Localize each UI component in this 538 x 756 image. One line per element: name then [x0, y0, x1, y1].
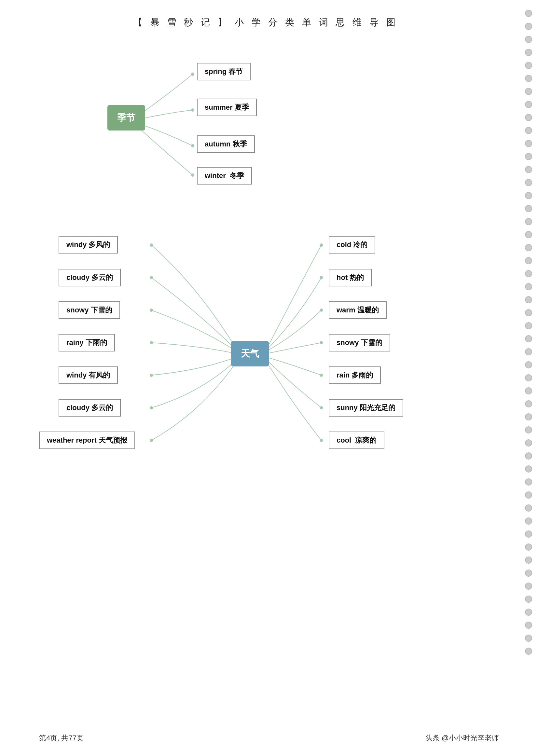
weather-left-4: windy 有风的 [59, 366, 118, 384]
season-autumn-node: autumn 秋季 [197, 135, 255, 153]
dot [525, 569, 532, 577]
page-info: 第4页, 共77页 [39, 733, 83, 743]
watermark: 头条 @小小时光李老师 [425, 733, 499, 743]
dot [525, 192, 532, 199]
dots-column [525, 10, 532, 655]
dot [525, 635, 532, 642]
dot [525, 491, 532, 499]
dot [525, 153, 532, 160]
dot [525, 244, 532, 251]
weather-left-3: rainy 下雨的 [59, 334, 115, 351]
dot [525, 335, 532, 342]
weather-left-1: cloudy 多云的 [59, 269, 121, 286]
weather-left-6: weather report 天气预报 [39, 432, 135, 449]
svg-point-10 [150, 439, 153, 442]
seasons-section: 季节 spring 春节 summer 夏季 autumn 秋季 winter … [20, 45, 512, 201]
dot [525, 101, 532, 108]
season-summer-node: summer 夏季 [197, 99, 257, 116]
dot [525, 205, 532, 212]
dot [525, 452, 532, 459]
dot [525, 62, 532, 69]
weather-left-0: windy 多风的 [59, 236, 118, 253]
footer: 第4页, 共77页 头条 @小小时光李老师 [0, 733, 538, 743]
weather-right-4: rain 多雨的 [329, 366, 381, 384]
dot [525, 596, 532, 603]
weather-right-6: cool 凉爽的 [329, 432, 384, 449]
svg-point-0 [191, 73, 194, 76]
dot [525, 140, 532, 147]
seasons-center-node: 季节 [107, 105, 145, 131]
dot [525, 544, 532, 551]
svg-point-17 [320, 439, 323, 442]
dot [525, 218, 532, 225]
svg-point-2 [191, 144, 194, 147]
svg-point-11 [320, 243, 323, 247]
svg-point-9 [150, 406, 153, 409]
dot [525, 361, 532, 368]
dot [525, 582, 532, 590]
dot [525, 10, 532, 17]
dot [525, 621, 532, 629]
svg-point-16 [320, 406, 323, 409]
dot [525, 75, 532, 82]
dot [525, 505, 532, 512]
svg-point-4 [150, 243, 153, 247]
svg-point-3 [191, 174, 194, 177]
dot [525, 127, 532, 134]
svg-point-15 [320, 374, 323, 377]
dot [525, 648, 532, 655]
svg-point-14 [320, 341, 323, 344]
weather-right-5: sunny 阳光充足的 [329, 399, 403, 416]
weather-right-1: hot 热的 [329, 269, 372, 286]
svg-point-5 [150, 276, 153, 279]
weather-right-2: warm 温暖的 [329, 301, 387, 319]
svg-point-13 [320, 308, 323, 312]
page-container: 【 暴 雪 秒 记 】 小 学 分 类 单 词 思 维 导 图 季节 spri [0, 0, 538, 756]
dot [525, 283, 532, 290]
dot [525, 23, 532, 30]
dot [525, 478, 532, 486]
dot [525, 49, 532, 56]
dot [525, 609, 532, 616]
dot [525, 166, 532, 173]
dot [525, 257, 532, 264]
dot [525, 517, 532, 525]
weather-right-3: snowy 下雪的 [329, 334, 390, 351]
weather-right-0: cold 冷的 [329, 236, 375, 253]
dot [525, 426, 532, 433]
svg-point-8 [150, 374, 153, 377]
weather-left-5: cloudy 多云的 [59, 399, 121, 416]
weather-center-node: 天气 [231, 341, 269, 366]
dot [525, 348, 532, 355]
dot [525, 179, 532, 186]
dot [525, 374, 532, 381]
dot [525, 322, 532, 329]
season-spring-node: spring 春节 [197, 63, 250, 81]
page-title: 【 暴 雪 秒 记 】 小 学 分 类 单 词 思 维 导 图 [20, 16, 512, 28]
svg-point-1 [191, 108, 194, 112]
svg-point-7 [150, 341, 153, 344]
dot [525, 439, 532, 447]
dot [525, 387, 532, 395]
dot [525, 400, 532, 407]
weather-left-2: snowy 下雪的 [59, 301, 120, 319]
dot [525, 270, 532, 277]
dot [525, 231, 532, 238]
svg-point-12 [320, 276, 323, 279]
dot [525, 309, 532, 316]
dot [525, 557, 532, 564]
dot [525, 88, 532, 95]
dot [525, 296, 532, 303]
season-winter-node: winter 冬季 [197, 167, 252, 185]
dot [525, 36, 532, 43]
dot [525, 114, 532, 121]
dot [525, 465, 532, 472]
seasons-lines [20, 45, 512, 201]
weather-section: 天气 windy 多风的 cloudy 多云的 snowy 下雪的 rainy … [20, 221, 512, 488]
svg-point-6 [150, 308, 153, 312]
dot [525, 530, 532, 538]
dot [525, 413, 532, 420]
